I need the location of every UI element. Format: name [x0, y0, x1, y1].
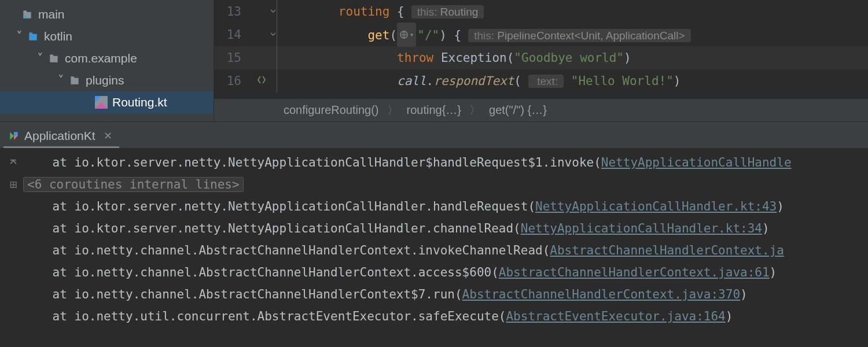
stack-fold[interactable]: ⊞ <6 coroutines internal lines> — [3, 174, 868, 195]
stack-link[interactable]: AbstractEventExecutor.java:164 — [506, 309, 725, 323]
console-output[interactable]: at io.ktor.server.netty.NettyApplication… — [0, 148, 868, 347]
tree-node-package[interactable]: ˅ com.example — [0, 47, 214, 69]
fold-handle-icon[interactable] — [269, 31, 277, 39]
run-config-tab[interactable]: ApplicationKt ✕ — [3, 125, 119, 148]
code-editor[interactable]: 13 routing {this: Routing 14 get(▾"/") {… — [214, 0, 868, 121]
crumb[interactable]: configureRouting() — [284, 104, 379, 117]
stack-frame[interactable]: at io.ktor.server.netty.NettyApplication… — [3, 217, 868, 239]
tree-node-main[interactable]: main — [0, 3, 214, 25]
chevron-down-icon[interactable]: ˅ — [35, 51, 45, 65]
stack-link[interactable]: AbstractChannelHandlerContext.java:61 — [499, 265, 770, 279]
stack-link[interactable]: NettyApplicationCallHandle — [601, 156, 792, 169]
scroll-to-top-icon[interactable] — [3, 158, 23, 167]
chevron-right-icon: 〉 — [387, 102, 399, 118]
project-tree[interactable]: main ˅ kotlin ˅ com.example ˅ plugins — [0, 0, 214, 121]
stack-frame[interactable]: at io.netty.channel.AbstractChannelHandl… — [3, 239, 868, 261]
svg-rect-7 — [14, 132, 18, 136]
chevron-down-icon[interactable]: ˅ — [14, 29, 24, 43]
line-number: 15 — [214, 46, 246, 69]
stack-link[interactable]: NettyApplicationCallHandler.kt:43 — [535, 200, 777, 213]
tree-label: main — [38, 8, 65, 21]
code-line[interactable]: 16 call.respondText( text: "Hello World!… — [214, 69, 868, 93]
tree-node-routing-file[interactable]: Routing.kt — [0, 91, 214, 113]
tree-node-plugins[interactable]: ˅ plugins — [0, 69, 214, 91]
globe-icon[interactable]: ▾ — [397, 23, 416, 47]
breadcrumb[interactable]: configureRouting() 〉 routing{…} 〉 get("/… — [214, 98, 868, 121]
tree-node-kotlin[interactable]: ˅ kotlin — [0, 25, 214, 47]
kotlin-file-icon — [95, 96, 108, 109]
code-line-current[interactable]: 15 throw Exception("Goodbye world") — [214, 46, 868, 69]
package-icon — [68, 74, 81, 87]
commit-chevrons-icon[interactable] — [256, 69, 267, 93]
close-icon[interactable]: ✕ — [104, 130, 112, 142]
run-tool-tabbar: ApplicationKt ✕ — [0, 121, 868, 148]
run-config-label: ApplicationKt — [24, 129, 95, 143]
chevron-right-icon: 〉 — [469, 102, 481, 118]
inlay-hint: text: — [528, 75, 564, 88]
svg-marker-5 — [10, 132, 14, 139]
line-number: 14 — [214, 23, 246, 46]
fold-handle-icon[interactable] — [269, 8, 277, 16]
folder-icon — [21, 8, 34, 21]
source-folder-icon — [27, 30, 39, 43]
crumb[interactable]: routing{…} — [407, 104, 462, 117]
tree-label: kotlin — [44, 29, 72, 43]
line-number: 13 — [214, 0, 246, 23]
stack-frame[interactable]: at io.netty.channel.AbstractChannelHandl… — [3, 261, 868, 283]
code-line[interactable]: 14 get(▾"/") {this: PipelineContext<Unit… — [214, 23, 868, 46]
svg-rect-8 — [10, 160, 16, 161]
stack-link[interactable]: AbstractChannelHandlerContext.java:370 — [462, 287, 740, 301]
expand-icon[interactable]: ⊞ — [3, 178, 23, 191]
stack-frame[interactable]: at io.ktor.server.netty.NettyApplication… — [3, 195, 868, 217]
line-number: 16 — [214, 69, 246, 93]
crumb[interactable]: get("/") {…} — [489, 104, 547, 117]
tree-label: com.example — [65, 51, 137, 65]
stack-frame[interactable]: at io.ktor.server.netty.NettyApplication… — [3, 152, 868, 174]
tree-label: Routing.kt — [112, 95, 167, 109]
svg-rect-0 — [23, 16, 27, 19]
code-line[interactable]: 13 routing {this: Routing — [214, 0, 868, 23]
stack-frame[interactable]: at io.netty.channel.AbstractChannelHandl… — [3, 283, 868, 305]
run-config-icon — [8, 130, 20, 142]
stack-frame[interactable]: at io.netty.util.concurrent.AbstractEven… — [3, 305, 868, 327]
inlay-hint: this: PipelineContext<Unit, ApplicationC… — [468, 29, 690, 42]
stack-link[interactable]: NettyApplicationCallHandler.kt:34 — [521, 222, 762, 235]
inlay-hint: this: Routing — [411, 5, 484, 19]
tree-label: plugins — [86, 73, 124, 87]
stack-link[interactable]: AbstractChannelHandlerContext.ja — [550, 243, 784, 257]
folded-region[interactable]: <6 coroutines internal lines> — [23, 177, 244, 192]
package-icon — [47, 52, 60, 65]
chevron-down-icon[interactable]: ˅ — [56, 73, 66, 87]
